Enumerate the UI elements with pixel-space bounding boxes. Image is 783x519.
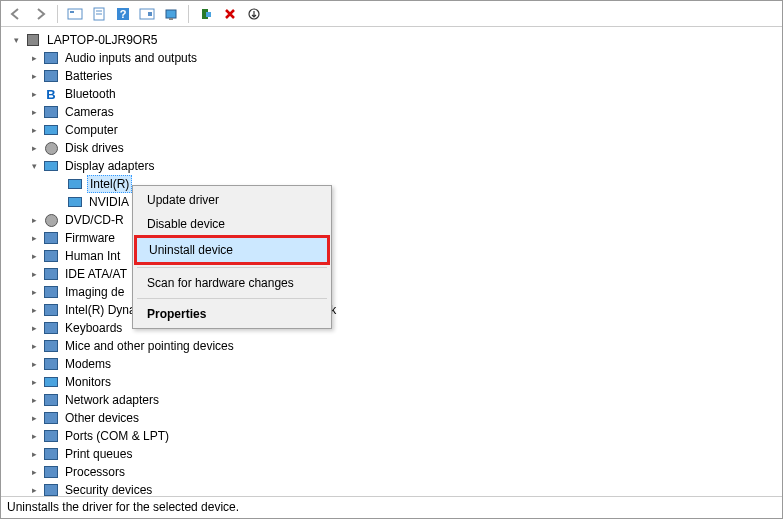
menu-item-scan-for-hardware-changes[interactable]: Scan for hardware changes [135,271,329,295]
chevron-right-icon[interactable]: ▸ [27,51,41,65]
tree-device[interactable]: Intel(R) [3,175,780,193]
add-legacy-button[interactable] [195,3,217,25]
category-label[interactable]: Network adapters [63,392,161,408]
tree-category[interactable]: ▾Display adapters [3,157,780,175]
category-label[interactable]: IDE ATA/AT [63,266,129,282]
tree-category[interactable]: ▸Network adapters [3,391,780,409]
category-label[interactable]: DVD/CD-R [63,212,126,228]
tree-category[interactable]: ▸Print queues [3,445,780,463]
tree-category[interactable]: ▸Other devices [3,409,780,427]
tree-category[interactable]: ▸Ports (COM & LPT) [3,427,780,445]
category-label[interactable]: Batteries [63,68,114,84]
tree-category[interactable]: ▸Human Int [3,247,780,265]
chevron-right-icon[interactable]: ▸ [27,213,41,227]
chevron-right-icon[interactable]: ▸ [27,249,41,263]
category-label[interactable]: Security devices [63,482,154,496]
menu-item-update-driver[interactable]: Update driver [135,188,329,212]
category-label[interactable]: Mice and other pointing devices [63,338,236,354]
chevron-right-icon[interactable]: ▸ [27,105,41,119]
category-label[interactable]: Other devices [63,410,141,426]
category-label[interactable]: Modems [63,356,113,372]
properties-button[interactable] [88,3,110,25]
tree-device[interactable]: NVIDIA [3,193,780,211]
expander-icon[interactable]: ▾ [9,33,23,47]
category-label[interactable]: Print queues [63,446,134,462]
category-label[interactable]: Imaging de [63,284,126,300]
chevron-right-icon[interactable]: ▸ [27,87,41,101]
display-icon [67,176,83,192]
chevron-right-icon[interactable]: ▸ [27,321,41,335]
tree-category[interactable]: ▸Modems [3,355,780,373]
chevron-right-icon[interactable]: ▸ [27,483,41,496]
category-label[interactable]: Monitors [63,374,113,390]
chevron-right-icon[interactable]: ▸ [27,69,41,83]
chevron-right-icon[interactable]: ▸ [27,123,41,137]
category-label[interactable]: Keyboards [63,320,124,336]
menu-item-uninstall-device[interactable]: Uninstall device [134,235,330,265]
menu-item-disable-device[interactable]: Disable device [135,212,329,236]
chevron-down-icon[interactable]: ▾ [27,159,41,173]
category-label[interactable]: Firmware [63,230,117,246]
tree-category[interactable]: ▸Intel(R) Dynamic Platform and Thermal F… [3,301,780,319]
svg-rect-9 [166,10,176,18]
category-label[interactable]: Bluetooth [63,86,118,102]
chevron-right-icon[interactable]: ▸ [27,357,41,371]
chevron-right-icon[interactable]: ▸ [27,447,41,461]
tree-category[interactable]: ▸Computer [3,121,780,139]
chevron-right-icon[interactable]: ▸ [27,303,41,317]
imaging-icon [43,284,59,300]
category-label[interactable]: Ports (COM & LPT) [63,428,171,444]
chevron-right-icon[interactable]: ▸ [27,285,41,299]
category-label[interactable]: Processors [63,464,127,480]
chevron-right-icon[interactable]: ▸ [27,375,41,389]
category-label[interactable]: Audio inputs and outputs [63,50,199,66]
printer-icon [43,446,59,462]
chevron-right-icon[interactable]: ▸ [27,411,41,425]
chevron-right-icon[interactable]: ▸ [27,465,41,479]
tree-category[interactable]: ▸Security devices [3,481,780,496]
spacer [51,195,65,209]
tree-category[interactable]: ▸Mice and other pointing devices [3,337,780,355]
chevron-right-icon[interactable]: ▸ [27,393,41,407]
category-label[interactable]: Computer [63,122,120,138]
menu-item-properties[interactable]: Properties [135,302,329,326]
help-button[interactable]: ? [112,3,134,25]
chevron-right-icon[interactable]: ▸ [27,141,41,155]
tree-category[interactable]: ▸Keyboards [3,319,780,337]
category-label[interactable]: Disk drives [63,140,126,156]
tree-category[interactable]: ▸IDE ATA/AT [3,265,780,283]
back-button[interactable] [5,3,27,25]
svg-rect-0 [68,9,82,19]
update-button[interactable] [136,3,158,25]
remove-button[interactable] [219,3,241,25]
device-label[interactable]: Intel(R) [87,175,132,193]
tree-category[interactable]: ▸Disk drives [3,139,780,157]
root-label[interactable]: LAPTOP-0LJR9OR5 [45,32,160,48]
tree-category[interactable]: ▸Audio inputs and outputs [3,49,780,67]
tree-root[interactable]: ▾ LAPTOP-0LJR9OR5 [3,31,780,49]
svg-rect-10 [169,18,173,20]
device-tree[interactable]: ▾ LAPTOP-0LJR9OR5 ▸Audio inputs and outp… [1,27,782,496]
tree-category[interactable]: ▸Monitors [3,373,780,391]
status-bar: Uninstalls the driver for the selected d… [1,496,782,518]
tree-category[interactable]: ▸BBluetooth [3,85,780,103]
tree-category[interactable]: ▸Batteries [3,67,780,85]
category-label[interactable]: Display adapters [63,158,156,174]
show-hidden-button[interactable] [64,3,86,25]
tree-category[interactable]: ▸Cameras [3,103,780,121]
chevron-right-icon[interactable]: ▸ [27,339,41,353]
scan-button[interactable] [160,3,182,25]
chevron-right-icon[interactable]: ▸ [27,429,41,443]
category-label[interactable]: Cameras [63,104,116,120]
tree-category[interactable]: ▸Processors [3,463,780,481]
category-label[interactable]: Human Int [63,248,122,264]
forward-button[interactable] [29,3,51,25]
chevron-right-icon[interactable]: ▸ [27,231,41,245]
device-label[interactable]: NVIDIA [87,194,131,210]
port-icon [43,428,59,444]
tree-category[interactable]: ▸Imaging de [3,283,780,301]
chevron-right-icon[interactable]: ▸ [27,267,41,281]
tree-category[interactable]: ▸Firmware [3,229,780,247]
tree-category[interactable]: ▸DVD/CD-R [3,211,780,229]
more-button[interactable] [243,3,265,25]
